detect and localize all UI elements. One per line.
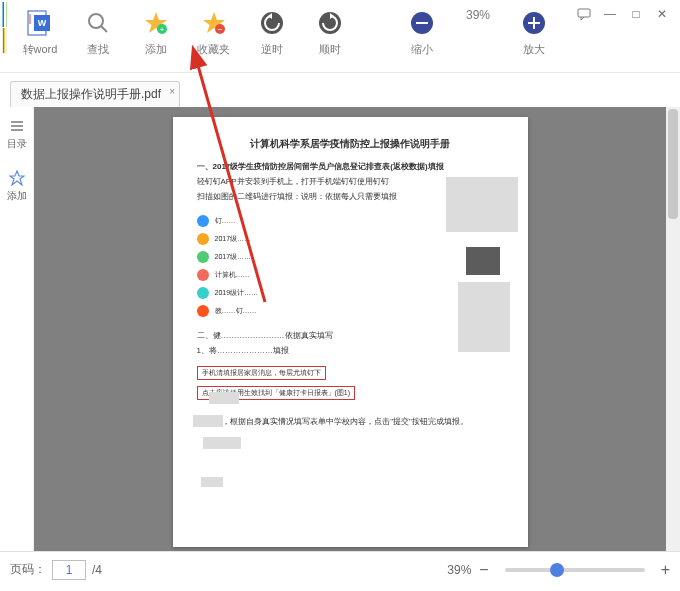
placeholder-block [201, 477, 223, 487]
app-label: 2017级…… [215, 252, 252, 262]
status-zoom-value: 39% [447, 563, 471, 577]
svg-rect-20 [578, 9, 590, 17]
rotate-ccw-label: 逆时 [261, 42, 283, 57]
add-button[interactable]: + 添加 [138, 8, 174, 57]
convert-word-label: 转word [23, 42, 58, 57]
app-label: 钉…… [215, 216, 236, 226]
app-label: 2017级…… [215, 234, 252, 244]
svg-point-3 [89, 14, 103, 28]
zoom-plus-button[interactable]: + [661, 561, 670, 579]
zoom-minus-button[interactable]: − [479, 561, 488, 579]
svg-marker-24 [10, 171, 24, 185]
doc-title: 计算机科学系居学疫情防控上报操作说明手册 [197, 137, 504, 151]
svg-text:−: − [218, 25, 223, 34]
app-label: 计算机…… [215, 270, 250, 280]
favorites-label: 收藏夹 [197, 42, 230, 57]
zoom-in-label: 放大 [523, 42, 545, 57]
vertical-scrollbar[interactable] [666, 107, 680, 551]
app-label: 2019级计…… [215, 288, 259, 298]
list-item: 2017级…… [197, 230, 504, 248]
maximize-button[interactable]: □ [628, 6, 644, 22]
placeholder-block [446, 177, 518, 232]
sidebar-fav-label: 添加 [7, 189, 27, 203]
placeholder-block [209, 392, 239, 404]
sidebar-fav-button[interactable]: 添加 [7, 169, 27, 203]
minus-circle-icon [407, 8, 437, 38]
tab-title: 数据上报操作说明手册.pdf [21, 86, 161, 103]
star-fav-icon: − [199, 8, 229, 38]
main-toolbar: W 转word 查找 + 添加 − 收藏夹 逆时 [8, 0, 566, 59]
sidebar-toc-button[interactable]: 目录 [7, 117, 27, 151]
zoom-out-label: 缩小 [411, 42, 433, 57]
favorites-button[interactable]: − 收藏夹 [196, 8, 232, 57]
app-icon [197, 269, 209, 281]
zoom-in-button[interactable]: 放大 [516, 8, 552, 57]
toolbar-zoom-value: 39% [466, 8, 490, 22]
rotate-ccw-icon [257, 8, 287, 38]
tab-bar: 数据上报操作说明手册.pdf × [0, 73, 680, 107]
minimize-button[interactable]: — [602, 6, 618, 22]
document-tab[interactable]: 数据上报操作说明手册.pdf × [10, 81, 180, 107]
rotate-ccw-button[interactable]: 逆时 [254, 8, 290, 57]
star-add-icon: + [141, 8, 171, 38]
page-label: 页码： [10, 561, 46, 578]
app-logo [0, 0, 8, 73]
sidebar: 目录 添加 [0, 107, 34, 551]
placeholder-block [466, 247, 500, 275]
rotate-cw-label: 顺时 [319, 42, 341, 57]
app-label: 教……钉…… [215, 306, 257, 316]
plus-circle-icon [519, 8, 549, 38]
feedback-button[interactable] [576, 6, 592, 22]
svg-rect-16 [416, 22, 428, 24]
highlight-box: 手机清填报居家居消息，每层尤填钉下 [197, 366, 326, 380]
add-label: 添加 [145, 42, 167, 57]
app-icon [197, 305, 209, 317]
zoom-slider[interactable] [505, 568, 645, 572]
search-icon [83, 8, 113, 38]
app-icon [197, 251, 209, 263]
placeholder-block [193, 415, 223, 427]
zoom-out-button[interactable]: 缩小 [404, 8, 440, 57]
close-button[interactable]: ✕ [654, 6, 670, 22]
list-item: 2017级…… [197, 248, 504, 266]
word-icon: W [25, 8, 55, 38]
rotate-cw-icon [315, 8, 345, 38]
app-icon [197, 233, 209, 245]
status-bar: 页码： /4 39% − + [0, 551, 680, 587]
star-outline-icon [8, 169, 26, 187]
page-number-input[interactable] [52, 560, 86, 580]
placeholder-block [203, 437, 241, 449]
convert-word-button[interactable]: W 转word [22, 8, 58, 57]
zoom-slider-handle[interactable] [550, 563, 564, 577]
list-icon [8, 117, 26, 135]
svg-rect-19 [533, 17, 535, 29]
tab-close-button[interactable]: × [169, 86, 175, 97]
app-icon [197, 215, 209, 227]
doc-line: (如图2)，根据自身真实情况填写表单中学校内容，点击"提交"按钮完成填报。 [197, 416, 504, 427]
find-label: 查找 [87, 42, 109, 57]
svg-text:+: + [160, 25, 165, 34]
doc-line: 一、2017级学生疫情防控居间留学员户信息登记排查表(返校数据)填报 [197, 161, 504, 172]
scrollbar-thumb[interactable] [668, 109, 678, 219]
svg-line-4 [101, 26, 107, 32]
pdf-page: 计算机科学系居学疫情防控上报操作说明手册 一、2017级学生疫情防控居间留学员户… [173, 117, 528, 547]
placeholder-block [458, 282, 510, 352]
svg-text:W: W [38, 18, 47, 28]
find-button[interactable]: 查找 [80, 8, 116, 57]
rotate-cw-button[interactable]: 顺时 [312, 8, 348, 57]
document-viewer[interactable]: 计算机科学系居学疫情防控上报操作说明手册 一、2017级学生疫情防控居间留学员户… [34, 107, 666, 551]
sidebar-toc-label: 目录 [7, 137, 27, 151]
app-icon [197, 287, 209, 299]
window-controls: — □ ✕ [566, 0, 680, 28]
page-total: /4 [92, 563, 102, 577]
